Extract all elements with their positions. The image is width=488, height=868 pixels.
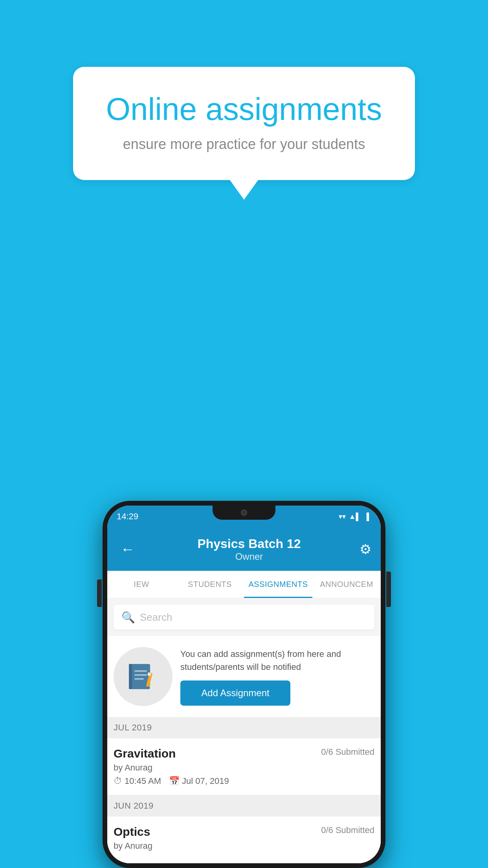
search-bar[interactable]: 🔍 Search [114, 605, 374, 630]
speech-bubble-tail [230, 180, 258, 200]
section-header-jul: JUL 2019 [107, 717, 381, 738]
search-placeholder: Search [140, 611, 172, 623]
tab-students[interactable]: STUDENTS [176, 571, 244, 598]
calendar-icon: 📅 [169, 776, 180, 786]
assignment-name: Gravitation [114, 747, 176, 760]
battery-icon: ▐ [364, 513, 369, 521]
phone-outer: 14:29 ▾▾ ▲▌ ▐ ← Physics Batch 12 Owner ⚙ [103, 501, 385, 868]
app-bar-subtitle: Owner [139, 551, 360, 562]
svg-rect-1 [129, 664, 132, 689]
info-card-text: You can add assignment(s) from here and … [180, 647, 374, 673]
meta-time: ⏱ 10:45 AM [114, 776, 161, 786]
tab-iew[interactable]: IEW [107, 571, 176, 598]
speech-bubble-container: Online assignments ensure more practice … [73, 67, 415, 200]
svg-rect-3 [134, 674, 147, 676]
phone-wrapper: 14:29 ▾▾ ▲▌ ▐ ← Physics Batch 12 Owner ⚙ [103, 501, 385, 868]
assignment-icon-circle [114, 647, 172, 706]
wifi-icon: ▾▾ [339, 512, 346, 521]
bubble-title: Online assignments [105, 90, 383, 128]
notebook-icon [127, 661, 159, 692]
meta-date: 📅 Jul 07, 2019 [169, 776, 229, 786]
tab-announcements[interactable]: ANNOUNCEM [312, 571, 381, 598]
assignment-item-gravitation[interactable]: Gravitation 0/6 Submitted by Anurag ⏱ 10… [107, 738, 381, 795]
bubble-subtitle: ensure more practice for your students [105, 136, 383, 153]
app-bar-title-group: Physics Batch 12 Owner [139, 537, 360, 562]
app-bar: ← Physics Batch 12 Owner ⚙ [107, 528, 381, 571]
content-area: 🔍 Search [107, 598, 381, 863]
status-icons: ▾▾ ▲▌ ▐ [339, 512, 369, 521]
camera [241, 509, 247, 516]
svg-rect-2 [134, 670, 147, 672]
app-bar-title: Physics Batch 12 [139, 537, 360, 551]
section-header-jun: JUN 2019 [107, 795, 381, 817]
back-button[interactable]: ← [117, 537, 139, 561]
assignment-header-row: Gravitation 0/6 Submitted [114, 747, 374, 760]
add-assignment-button[interactable]: Add Assignment [180, 680, 290, 706]
phone-screen: 14:29 ▾▾ ▲▌ ▐ ← Physics Batch 12 Owner ⚙ [107, 506, 381, 863]
phone-notch [213, 506, 275, 520]
assignment-header-row-optics: Optics 0/6 Submitted [114, 825, 374, 839]
speech-bubble: Online assignments ensure more practice … [73, 67, 415, 180]
assignment-time: 10:45 AM [125, 776, 161, 786]
assignment-submitted: 0/6 Submitted [321, 747, 374, 757]
tabs-bar: IEW STUDENTS ASSIGNMENTS ANNOUNCEM [107, 571, 381, 598]
assignment-by: by Anurag [114, 763, 374, 773]
search-icon: 🔍 [121, 611, 135, 624]
svg-rect-4 [134, 678, 144, 680]
signal-icon: ▲▌ [349, 513, 361, 521]
assignment-by-optics: by Anurag [114, 841, 374, 851]
clock-icon: ⏱ [114, 776, 122, 786]
status-time: 14:29 [117, 511, 138, 522]
assignment-item-optics[interactable]: Optics 0/6 Submitted by Anurag [107, 817, 381, 863]
settings-button[interactable]: ⚙ [360, 541, 371, 557]
tab-assignments[interactable]: ASSIGNMENTS [244, 571, 312, 598]
assignment-meta: ⏱ 10:45 AM 📅 Jul 07, 2019 [114, 776, 374, 786]
assignment-submitted-optics: 0/6 Submitted [321, 825, 374, 835]
assignment-name-optics: Optics [114, 825, 150, 839]
assignment-date: Jul 07, 2019 [182, 776, 229, 786]
info-card: You can add assignment(s) from here and … [107, 636, 381, 717]
info-card-right: You can add assignment(s) from here and … [180, 647, 374, 706]
